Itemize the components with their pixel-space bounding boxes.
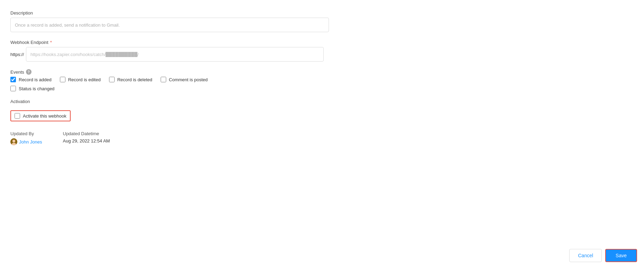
events-label: Events ? — [10, 69, 634, 75]
description-label: Description — [10, 10, 634, 16]
activation-section: Activation Activate this webhook — [10, 99, 634, 121]
event-record-added-label: Record is added — [19, 77, 52, 82]
updated-datetime-col: Updated Datetime Aug 29, 2022 12:54 AM — [63, 131, 110, 145]
required-marker: * — [50, 40, 52, 45]
description-label-text: Description — [10, 10, 33, 16]
events-section: Events ? Record is added Record is edite… — [10, 69, 634, 91]
updated-section: Updated By John Jones — [10, 131, 634, 145]
updated-columns: Updated By John Jones — [10, 131, 634, 145]
event-comment-posted[interactable]: Comment is posted — [161, 77, 208, 82]
event-comment-posted-label: Comment is posted — [169, 77, 208, 82]
event-record-edited-label: Record is edited — [68, 77, 101, 82]
webhook-row: https:// — [10, 47, 634, 62]
event-record-edited-checkbox[interactable] — [60, 77, 65, 82]
activate-webhook-item[interactable]: Activate this webhook — [10, 110, 71, 121]
events-row-2: Status is changed — [10, 86, 634, 91]
event-status-changed[interactable]: Status is changed — [10, 86, 54, 91]
updated-datetime-value: Aug 29, 2022 12:54 AM — [63, 138, 110, 143]
svg-point-1 — [12, 140, 15, 142]
description-section: Description — [10, 10, 634, 32]
webhook-label-text: Webhook Endpoint — [10, 40, 48, 45]
footer-buttons: Cancel Save — [569, 249, 637, 262]
webhook-label: Webhook Endpoint * — [10, 40, 634, 45]
user-avatar — [10, 138, 17, 145]
events-label-text: Events — [10, 69, 24, 75]
page-container: Description Webhook Endpoint * https:// … — [0, 0, 644, 269]
webhook-section: Webhook Endpoint * https:// — [10, 40, 634, 62]
event-record-deleted-label: Record is deleted — [117, 77, 152, 82]
user-name: John Jones — [19, 139, 42, 145]
events-row-1: Record is added Record is edited Record … — [10, 77, 634, 82]
description-input[interactable] — [10, 18, 329, 32]
event-record-deleted-checkbox[interactable] — [109, 77, 115, 82]
events-help-icon[interactable]: ? — [26, 69, 32, 75]
event-status-changed-label: Status is changed — [19, 86, 54, 91]
updated-by-label: Updated By — [10, 131, 42, 136]
event-status-changed-checkbox[interactable] — [10, 86, 16, 91]
user-link[interactable]: John Jones — [10, 138, 42, 145]
event-record-added[interactable]: Record is added — [10, 77, 52, 82]
event-record-edited[interactable]: Record is edited — [60, 77, 101, 82]
activation-label: Activation — [10, 99, 634, 104]
save-button[interactable]: Save — [605, 249, 637, 262]
activate-webhook-label: Activate this webhook — [23, 113, 66, 119]
event-record-added-checkbox[interactable] — [10, 77, 16, 82]
updated-datetime-label: Updated Datetime — [63, 131, 110, 136]
event-comment-posted-checkbox[interactable] — [161, 77, 166, 82]
updated-by-col: Updated By John Jones — [10, 131, 42, 145]
updated-by-value: John Jones — [10, 138, 42, 145]
activation-label-text: Activation — [10, 99, 30, 104]
webhook-input[interactable] — [26, 47, 324, 62]
activate-webhook-checkbox[interactable] — [15, 113, 20, 119]
event-record-deleted[interactable]: Record is deleted — [109, 77, 152, 82]
cancel-button[interactable]: Cancel — [569, 249, 602, 262]
https-prefix: https:// — [10, 52, 24, 57]
